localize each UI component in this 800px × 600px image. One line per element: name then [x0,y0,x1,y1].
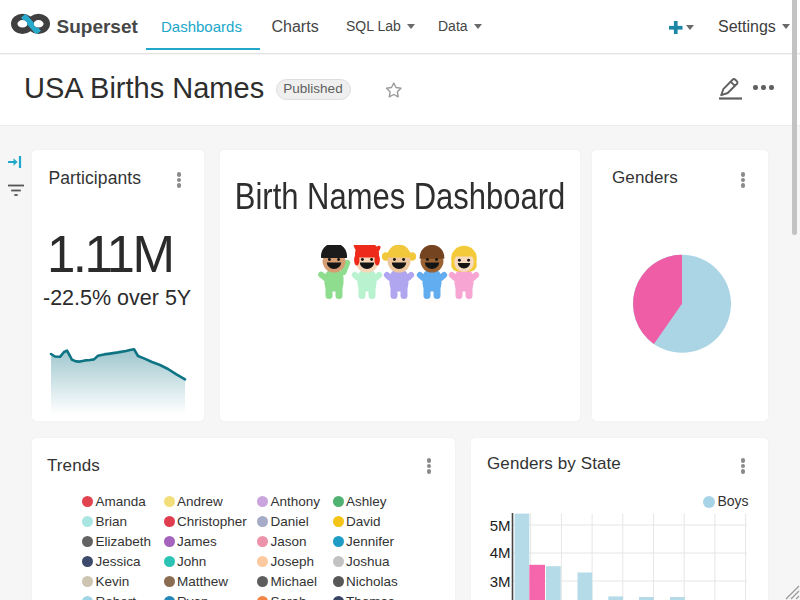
svg-text:5M: 5M [490,517,511,534]
svg-text:4M: 4M [490,544,511,561]
svg-text:3M: 3M [490,573,511,590]
